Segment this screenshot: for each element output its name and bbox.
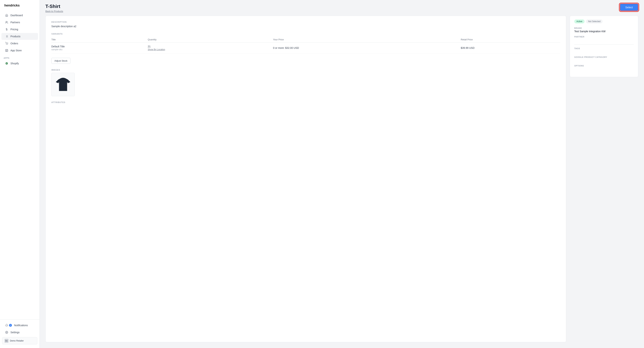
retail-price: $39.99 USD	[461, 46, 474, 49]
images-label: IMAGES	[51, 69, 560, 71]
variant-quantity: 21	[148, 45, 151, 48]
variant-quantity-cell: 21 Show By Location	[148, 42, 273, 53]
description-label: DESCRIPTION	[51, 21, 560, 23]
variant-your-price-cell: 0 or more: $32.00 USD	[273, 42, 461, 53]
demo-retailer-label: Demo Retailer	[10, 340, 24, 342]
sidebar-item-shopify[interactable]: S Shopify	[2, 60, 38, 67]
brand-field-value: Test Sample Integration KW	[574, 30, 634, 33]
home-icon	[5, 14, 8, 17]
options-field: Options	[574, 65, 634, 70]
brand-name: hendricks	[0, 0, 40, 10]
images-section: IMAGES	[51, 69, 560, 96]
partner-field-value	[574, 38, 634, 41]
select-button[interactable]: Select	[620, 3, 638, 11]
variant-retail-price-cell: $39.99 USD	[461, 42, 560, 53]
back-to-products-link[interactable]: Back to Products	[46, 10, 63, 12]
bell-icon	[5, 324, 8, 327]
svg-point-9	[8, 44, 8, 44]
google-category-label: Google product Category	[574, 56, 634, 58]
partner-field-label: Partner	[574, 36, 634, 38]
variants-table: Title Quantity Your Price Retail Price D…	[51, 37, 560, 53]
tags-field: Tags	[574, 47, 634, 53]
sidebar-item-label: Dashboard	[10, 14, 23, 17]
variant-title: Default Title	[51, 45, 65, 48]
cart-icon	[5, 42, 8, 45]
list-icon	[5, 35, 8, 38]
svg-point-13	[6, 332, 7, 333]
sidebar-item-label: Orders	[10, 42, 18, 45]
notification-icon-wrap: 1	[5, 324, 12, 327]
page-title-wrap: T-Shirt Back to Products	[46, 3, 63, 13]
svg-rect-10	[6, 51, 7, 51]
svg-text:S: S	[6, 63, 7, 64]
table-row: Default Title sample-sku 21 Show By Loca…	[51, 42, 560, 53]
variant-title-cell: Default Title sample-sku	[51, 42, 148, 53]
content-area: DESCRIPTION Sample description a2 VARIAN…	[40, 16, 644, 348]
not-selected-badge: Not Selected	[586, 19, 603, 23]
side-product-card: Active Not Selected Brand Test Sample In…	[570, 16, 638, 77]
gear-icon	[5, 331, 8, 334]
variant-sku: sample-sku	[51, 48, 148, 51]
main-product-card: DESCRIPTION Sample description a2 VARIAN…	[46, 16, 566, 342]
brand-field: Brand Test Sample Integration KW	[574, 27, 634, 33]
sidebar: hendricks Dashboard Partners Pricing Pro…	[0, 0, 40, 348]
sidebar-nav: Dashboard Partners Pricing Products Orde…	[0, 10, 40, 319]
sidebar-item-appstore[interactable]: App Store	[2, 47, 38, 54]
col-title: Title	[51, 37, 148, 42]
side-divider	[574, 44, 634, 44]
demo-avatar: De	[4, 339, 8, 343]
options-label: Options	[574, 65, 634, 67]
sidebar-item-notifications[interactable]: 1 Notifications	[2, 322, 38, 329]
sidebar-item-partners[interactable]: Partners	[2, 19, 38, 26]
product-image	[51, 73, 75, 96]
partner-field: Partner	[574, 36, 634, 41]
google-category-field: Google product Category	[574, 56, 634, 62]
sidebar-item-label: Partners	[10, 21, 20, 24]
page-title: T-Shirt	[46, 3, 63, 9]
show-by-location-link[interactable]: Show By Location	[148, 48, 273, 51]
shopify-icon: S	[5, 62, 8, 65]
options-value	[574, 67, 634, 70]
store-icon	[5, 49, 8, 52]
active-badge: Active	[574, 19, 584, 23]
variants-section: VARIANTS Title Quantity Your Price Retai…	[51, 33, 560, 53]
your-price: 0 or more: $32.00 USD	[273, 46, 299, 49]
sidebar-item-label: Pricing	[10, 28, 18, 31]
tags-field-value	[574, 50, 634, 53]
sidebar-item-pricing[interactable]: Pricing	[2, 26, 38, 33]
dollar-icon	[5, 28, 8, 31]
demo-retailer-button[interactable]: De Demo Retailer	[2, 337, 37, 345]
google-category-value	[574, 59, 634, 62]
sidebar-item-label: Products	[10, 35, 20, 38]
sidebar-item-label: App Store	[10, 49, 22, 52]
top-bar: T-Shirt Back to Products Select	[40, 0, 644, 16]
notification-badge: 1	[9, 324, 12, 327]
col-quantity: Quantity	[148, 37, 273, 42]
description-text: Sample description a2	[51, 25, 560, 28]
sidebar-item-products[interactable]: Products	[2, 33, 38, 40]
notifications-label: Notifications	[14, 324, 28, 327]
sidebar-item-dashboard[interactable]: Dashboard	[2, 12, 38, 19]
attributes-label: ATTRIBUTES	[51, 101, 560, 103]
brand-field-label: Brand	[574, 27, 634, 29]
sidebar-item-label: Shopify	[10, 62, 19, 65]
apps-section-label: Apps	[0, 54, 40, 60]
status-badges: Active Not Selected	[574, 19, 634, 23]
main-content: T-Shirt Back to Products Select DESCRIPT…	[40, 0, 644, 348]
col-retail-price: Retail Price	[461, 37, 560, 42]
col-your-price: Your Price	[273, 37, 461, 42]
sidebar-item-orders[interactable]: Orders	[2, 40, 38, 47]
tags-field-label: Tags	[574, 47, 634, 49]
tshirt-svg	[55, 76, 71, 93]
variants-label: VARIANTS	[51, 33, 560, 35]
attributes-section: ATTRIBUTES	[51, 101, 560, 103]
settings-label: Settings	[10, 331, 20, 334]
sidebar-bottom: 1 Notifications Settings De Demo Retaile…	[0, 319, 40, 348]
sidebar-item-settings[interactable]: Settings	[2, 329, 38, 336]
svg-point-0	[6, 21, 7, 22]
adjust-stock-button[interactable]: Adjust Stock	[51, 58, 70, 64]
users-icon	[5, 21, 8, 24]
